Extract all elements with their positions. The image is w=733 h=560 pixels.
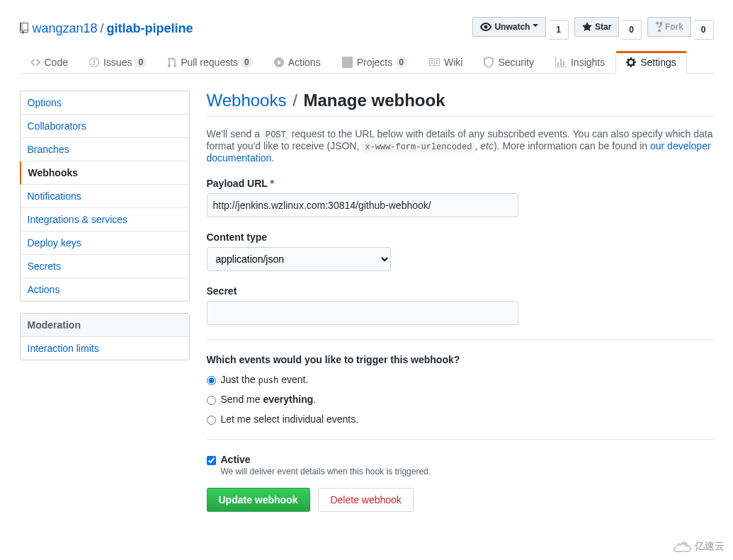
delete-webhook-button[interactable]: Delete webhook [318,488,413,512]
update-webhook-button[interactable]: Update webhook [207,488,310,512]
repo-title: wangzan18 / gitlab-pipeline [20,21,193,36]
fork-count[interactable]: 0 [694,20,714,40]
eye-icon [480,21,491,33]
repo-sep: / [101,21,104,36]
book-icon [428,57,440,68]
caret-icon [533,24,538,30]
star-icon [582,21,592,33]
sidebar-item-options[interactable]: Options [21,91,189,115]
payload-url-label: Payload URL * [207,178,714,189]
repo-head: wangzan18 / gitlab-pipeline Unwatch 1 St… [20,0,714,74]
event-everything-radio[interactable] [207,396,216,405]
project-icon [342,57,353,68]
repo-icon [20,23,28,34]
fork-icon [655,21,662,33]
pr-icon [168,57,176,68]
sidebar-item-integrations[interactable]: Integrations & services [21,208,189,232]
star-count[interactable]: 0 [622,20,642,40]
event-push-radio[interactable] [207,376,216,385]
page-title: Manage webhook [303,91,445,110]
repo-owner-link[interactable]: wangzan18 [33,21,98,36]
unwatch-button[interactable]: Unwatch [472,17,546,37]
secret-label: Secret [207,285,714,297]
issue-icon [89,57,99,68]
tab-insights[interactable]: Insights [545,51,615,74]
event-individual-option[interactable]: Let me select individual events. [221,413,359,425]
projects-count: 0 [395,57,407,68]
sidebar-heading-moderation: Moderation [21,314,189,337]
tab-issues[interactable]: Issues0 [79,51,157,74]
pulls-count: 0 [241,57,253,68]
subhead: Webhooks / Manage webhook [207,91,714,117]
pagehead-actions: Unwatch 1 Star 0 Fork 0 [472,17,713,40]
active-note: We will deliver event details when this … [221,467,714,476]
star-label: Star [595,20,611,34]
shield-icon [484,57,494,68]
fork-button[interactable]: Fork [647,17,691,37]
tab-code[interactable]: Code [20,51,79,74]
issues-count: 0 [135,57,147,68]
breadcrumb-webhooks[interactable]: Webhooks [207,91,287,110]
event-individual-radio[interactable] [207,416,216,425]
sidebar-item-secrets[interactable]: Secrets [21,255,189,278]
active-checkbox[interactable] [207,456,216,465]
code-icon [30,57,40,68]
divider [207,339,714,340]
tab-actions[interactable]: Actions [263,51,331,74]
gear-icon [626,57,636,68]
active-option[interactable]: Active [221,454,251,465]
tab-wiki[interactable]: Wiki [418,51,473,74]
play-icon [274,57,284,68]
tab-settings[interactable]: Settings [615,51,687,74]
webhook-description: We'll send a POST request to the URL bel… [207,128,714,164]
settings-content: Webhooks / Manage webhook We'll send a P… [207,91,714,512]
divider [207,439,714,440]
sidebar-item-webhooks[interactable]: Webhooks [20,161,189,185]
event-push-option[interactable]: Just the push event. [221,374,309,385]
tab-security[interactable]: Security [473,51,545,74]
sidebar-item-actions[interactable]: Actions [21,278,189,301]
unwatch-label: Unwatch [494,20,530,34]
repo-nav: Code Issues0 Pull requests0 Actions Proj… [20,51,714,74]
content-type-select[interactable]: application/json [207,247,391,271]
sidebar-item-collaborators[interactable]: Collaborators [21,115,189,138]
sidebar-item-notifications[interactable]: Notifications [21,185,189,208]
events-heading: Which events would you like to trigger t… [207,354,714,365]
sidebar-item-deploy-keys[interactable]: Deploy keys [21,232,189,255]
watch-count[interactable]: 1 [549,20,569,40]
graph-icon [555,57,567,68]
content-type-label: Content type [207,232,714,243]
sidebar-item-interaction-limits[interactable]: Interaction limits [21,337,189,360]
repo-name-link[interactable]: gitlab-pipeline [107,21,193,35]
sidebar-item-branches[interactable]: Branches [21,138,189,161]
payload-url-input[interactable] [207,193,518,217]
tab-projects[interactable]: Projects0 [331,51,418,74]
settings-sidebar: Options Collaborators Branches Webhooks … [20,91,190,512]
fork-label: Fork [665,20,683,34]
star-button[interactable]: Star [574,17,619,37]
event-everything-option[interactable]: Send me everything. [221,394,317,405]
tab-pulls[interactable]: Pull requests0 [157,51,263,74]
secret-input[interactable] [207,301,518,325]
